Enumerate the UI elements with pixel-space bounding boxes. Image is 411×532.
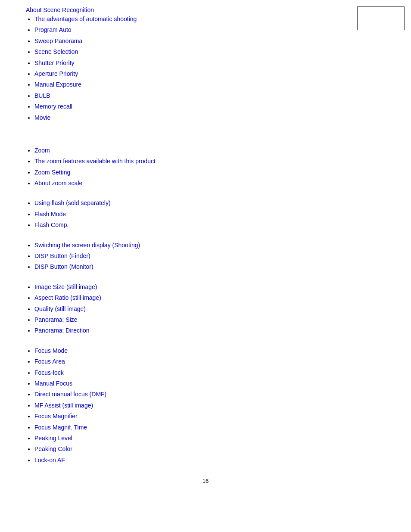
flash-mode-link[interactable]: Flash Mode <box>34 211 66 218</box>
dmf-link[interactable]: Direct manual focus (DMF) <box>34 391 106 398</box>
list-item: Manual Focus <box>34 379 385 388</box>
list-item: Shutter Priority <box>34 58 385 68</box>
list-item: Zoom <box>34 146 385 155</box>
flash-section: Using flash (sold separately) Flash Mode… <box>26 198 385 230</box>
list-item: The zoom features available with this pr… <box>34 156 385 166</box>
focus-mode-link[interactable]: Focus Mode <box>34 347 68 354</box>
scene-selection-link[interactable]: Scene Selection <box>34 48 78 55</box>
focus-magnif-time-link[interactable]: Focus Magnif. Time <box>34 424 87 431</box>
display-list: Switching the screen display (Shooting) … <box>26 240 385 272</box>
shooting-modes-list: The advantages of automatic shooting Pro… <box>26 14 385 122</box>
list-item: Quality (still image) <box>34 304 385 314</box>
flash-comp-link[interactable]: Flash Comp. <box>34 221 68 228</box>
manual-focus-link[interactable]: Manual Focus <box>34 380 72 387</box>
list-item: Flash Comp. <box>34 220 385 230</box>
sweep-panorama-link[interactable]: Sweep Panorama <box>34 37 82 44</box>
advantages-link[interactable]: The advantages of automatic shooting <box>34 16 137 22</box>
about-scene-recognition-link[interactable]: About Scene Recognition <box>26 6 385 13</box>
focus-lock-link[interactable]: Focus-lock <box>34 369 64 376</box>
shooting-modes-section: The advantages of automatic shooting Pro… <box>26 14 385 122</box>
movie-link[interactable]: Movie <box>34 114 50 121</box>
disp-monitor-link[interactable]: DISP Button (Monitor) <box>34 263 93 270</box>
display-section: Switching the screen display (Shooting) … <box>26 240 385 272</box>
image-settings-section: Image Size (still image) Aspect Ratio (s… <box>26 282 385 336</box>
list-item: DISP Button (Monitor) <box>34 262 385 271</box>
list-item: DISP Button (Finder) <box>34 251 385 261</box>
image-settings-list: Image Size (still image) Aspect Ratio (s… <box>26 282 385 336</box>
mf-assist-link[interactable]: MF Assist (still image) <box>34 402 93 409</box>
disp-finder-link[interactable]: DISP Button (Finder) <box>34 252 90 259</box>
list-item: The advantages of automatic shooting <box>34 14 385 24</box>
quality-link[interactable]: Quality (still image) <box>34 305 86 312</box>
list-item: Aspect Ratio (still image) <box>34 293 385 302</box>
list-item: Using flash (sold separately) <box>34 198 385 208</box>
memory-recall-link[interactable]: Memory recall <box>34 103 72 110</box>
zoom-scale-link[interactable]: About zoom scale <box>34 180 82 187</box>
list-item: Sweep Panorama <box>34 36 385 46</box>
list-item: Flash Mode <box>34 209 385 219</box>
list-item: Focus Magnifier <box>34 411 385 421</box>
flash-list: Using flash (sold separately) Flash Mode… <box>26 198 385 230</box>
image-size-link[interactable]: Image Size (still image) <box>34 283 97 290</box>
list-item: Peaking Level <box>34 433 385 443</box>
list-item: Lock-on AF <box>34 455 385 465</box>
list-item: Scene Selection <box>34 47 385 56</box>
panorama-direction-link[interactable]: Panorama: Direction <box>34 327 90 334</box>
list-item: Program Auto <box>34 25 385 34</box>
list-item: Movie <box>34 113 385 122</box>
zoom-section: Zoom The zoom features available with th… <box>26 146 385 188</box>
program-auto-link[interactable]: Program Auto <box>34 26 72 33</box>
shutter-priority-link[interactable]: Shutter Priority <box>34 59 75 66</box>
list-item: Focus Mode <box>34 346 385 355</box>
peaking-level-link[interactable]: Peaking Level <box>34 435 72 442</box>
list-item: Memory recall <box>34 102 385 111</box>
list-item: Direct manual focus (DMF) <box>34 389 385 399</box>
list-item: Aperture Priority <box>34 69 385 78</box>
lock-on-af-link[interactable]: Lock-on AF <box>34 457 65 464</box>
bulb-link[interactable]: BULB <box>34 92 50 99</box>
list-item: MF Assist (still image) <box>34 401 385 410</box>
list-item: Peaking Color <box>34 444 385 454</box>
focus-magnifier-link[interactable]: Focus Magnifier <box>34 413 78 420</box>
zoom-setting-link[interactable]: Zoom Setting <box>34 169 70 176</box>
list-item: About zoom scale <box>34 178 385 188</box>
list-item: Focus Magnif. Time <box>34 423 385 432</box>
zoom-features-link[interactable]: The zoom features available with this pr… <box>34 158 156 165</box>
aspect-ratio-link[interactable]: Aspect Ratio (still image) <box>34 294 101 301</box>
list-item: Image Size (still image) <box>34 282 385 292</box>
aperture-priority-link[interactable]: Aperture Priority <box>34 70 78 77</box>
zoom-list: Zoom The zoom features available with th… <box>26 146 385 188</box>
panorama-size-link[interactable]: Panorama: Size <box>34 316 78 323</box>
list-item: BULB <box>34 91 385 100</box>
list-item: Focus-lock <box>34 368 385 377</box>
manual-exposure-link[interactable]: Manual Exposure <box>34 81 81 88</box>
list-item: Zoom Setting <box>34 168 385 177</box>
focus-area-link[interactable]: Focus Area <box>34 358 65 365</box>
list-item: Switching the screen display (Shooting) <box>34 240 385 250</box>
focus-list: Focus Mode Focus Area Focus-lock Manual … <box>26 346 385 465</box>
list-item: Manual Exposure <box>34 80 385 89</box>
list-item: Panorama: Direction <box>34 326 385 335</box>
list-item: Panorama: Size <box>34 315 385 324</box>
list-item: Focus Area <box>34 357 385 366</box>
focus-section: Focus Mode Focus Area Focus-lock Manual … <box>26 346 385 465</box>
screen-display-link[interactable]: Switching the screen display (Shooting) <box>34 242 140 249</box>
using-flash-link[interactable]: Using flash (sold separately) <box>34 199 111 206</box>
zoom-link[interactable]: Zoom <box>34 147 50 154</box>
page-number: 16 <box>26 478 385 484</box>
top-right-box <box>357 6 405 30</box>
peaking-color-link[interactable]: Peaking Color <box>34 445 72 452</box>
